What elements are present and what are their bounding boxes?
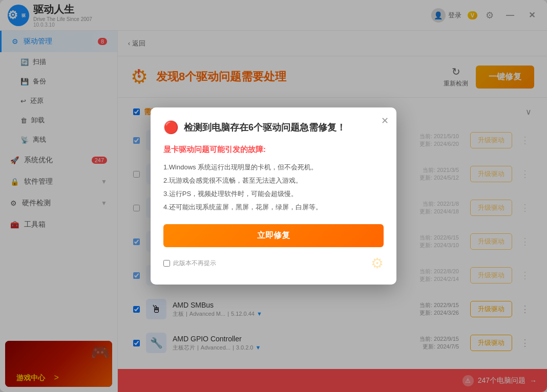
modal-title: 检测到电脑存在6个驱动问题急需修复！ xyxy=(184,121,346,134)
alert-modal: 🔴 检测到电脑存在6个驱动问题急需修复！ ✕ 显卡驱动问题可能引发的故障: 1.… xyxy=(151,107,396,285)
modal-issue-list: 1.Windows 系统运行出现明显的卡机，但不会死机。 2.玩游戏会感觉很不流… xyxy=(163,161,384,214)
main-window: 驱 驱动人生 Drive The Life Since 2007 10.0.3.… xyxy=(0,0,547,392)
list-item: 4.还可能出现系统蓝屏，黑屏，花屏，绿屏，白屏等。 xyxy=(163,201,384,214)
modal-overlay: 🔴 检测到电脑存在6个驱动问题急需修复！ ✕ 显卡驱动问题可能引发的故障: 1.… xyxy=(0,0,547,392)
error-circle-icon: 🔴 xyxy=(163,120,179,135)
list-item: 1.Windows 系统运行出现明显的卡机，但不会死机。 xyxy=(163,161,384,174)
modal-close-button[interactable]: ✕ xyxy=(381,115,389,126)
modal-footer: 此版本不再提示 ⚙ xyxy=(163,255,384,272)
no-remind-checkbox[interactable] xyxy=(163,260,170,267)
list-item: 2.玩游戏会感觉很不流畅，甚至无法进入游戏。 xyxy=(163,174,384,187)
no-remind-label[interactable]: 此版本不再提示 xyxy=(163,259,216,268)
modal-subtitle: 显卡驱动问题可能引发的故障: xyxy=(163,145,384,155)
no-remind-text: 此版本不再提示 xyxy=(173,259,216,268)
list-item: 3.运行PS，视频处理软件时，可能会超级慢。 xyxy=(163,187,384,201)
modal-header: 🔴 检测到电脑存在6个驱动问题急需修复！ ✕ xyxy=(163,120,384,135)
immediate-fix-button[interactable]: 立即修复 xyxy=(163,224,384,247)
modal-gear-icon: ⚙ xyxy=(371,255,384,272)
